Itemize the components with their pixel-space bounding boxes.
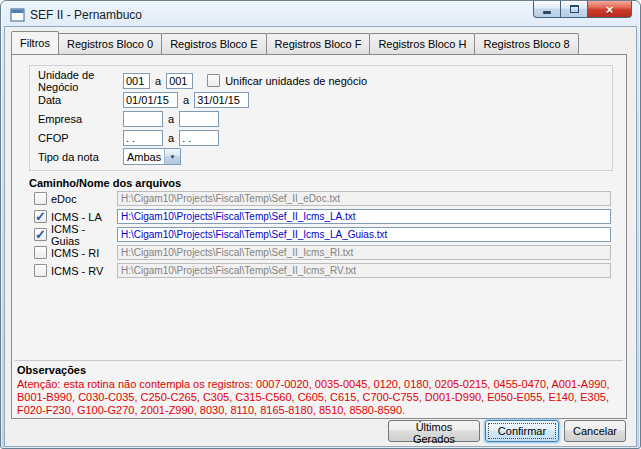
window-icon: [10, 8, 25, 22]
empresa-from-input[interactable]: [123, 111, 163, 127]
tab-registros-bloco-f[interactable]: Registros Bloco F: [266, 33, 371, 54]
data-row: Data 01/01/15 a 31/01/15: [38, 91, 612, 108]
window-title: SEF II - Pernambuco: [30, 8, 142, 22]
icms-guias-path-field[interactable]: H:\Cigam10\Projects\Fiscal\Temp\Sef_II_I…: [117, 227, 611, 242]
tab-registros-bloco-e[interactable]: Registros Bloco E: [161, 33, 266, 54]
icms-rv-label: ICMS - RV: [51, 265, 113, 277]
files-section-title: Caminho/Nome dos arquivos: [29, 177, 181, 189]
range-separator: a: [183, 94, 189, 106]
tipo-nota-combobox[interactable]: Ambas ▼: [123, 148, 181, 165]
tab-registros-bloco-0[interactable]: Registros Bloco 0: [58, 33, 162, 54]
cancelar-button[interactable]: Cancelar: [564, 420, 626, 442]
tab-registros-bloco-h[interactable]: Registros Bloco H: [369, 33, 475, 54]
tab-filtros[interactable]: Filtros: [11, 31, 59, 54]
edoc-path-field: H:\Cigam10\Projects\Fiscal\Temp\Sef_II_e…: [117, 191, 611, 206]
unidade-from-input[interactable]: 001: [123, 73, 150, 89]
empresa-to-input[interactable]: [179, 111, 219, 127]
data-label: Data: [38, 94, 123, 106]
icms-la-path-field[interactable]: H:\Cigam10\Projects\Fiscal\Temp\Sef_II_I…: [117, 209, 611, 224]
file-row-icms-ri: ICMS - RI H:\Cigam10\Projects\Fiscal\Tem…: [34, 245, 611, 260]
unificar-checkbox[interactable]: [207, 74, 220, 87]
files-rows: eDoc H:\Cigam10\Projects\Fiscal\Temp\Sef…: [34, 191, 611, 278]
icms-la-label: ICMS - LA: [51, 211, 113, 223]
observacoes-separator: [15, 360, 623, 361]
confirmar-button[interactable]: Confirmar: [485, 420, 559, 442]
icms-guias-label: ICMS - Guias: [51, 223, 113, 247]
close-button[interactable]: ×: [588, 1, 632, 18]
icms-la-checkbox[interactable]: [34, 210, 47, 223]
cfop-row: CFOP . . a . .: [38, 129, 612, 146]
cfop-label: CFOP: [38, 132, 123, 144]
unidade-label: Unidade de Negócio: [38, 69, 123, 93]
cfop-to-input[interactable]: . .: [179, 130, 219, 146]
dialog-body: Filtros Registros Bloco 0 Registros Bloc…: [4, 26, 637, 447]
file-row-icms-guias: ICMS - Guias H:\Cigam10\Projects\Fiscal\…: [34, 227, 611, 242]
tipo-nota-row: Tipo da nota Ambas ▼: [38, 148, 612, 165]
observacoes-title: Observações: [17, 364, 86, 376]
tipo-nota-value: Ambas: [124, 151, 164, 163]
empresa-row: Empresa a: [38, 110, 612, 127]
icms-ri-path-field: H:\Cigam10\Projects\Fiscal\Temp\Sef_II_I…: [117, 245, 611, 260]
file-row-edoc: eDoc H:\Cigam10\Projects\Fiscal\Temp\Sef…: [34, 191, 611, 206]
caption-buttons: ×: [533, 1, 632, 18]
cfop-from-input[interactable]: . .: [123, 130, 163, 146]
empresa-label: Empresa: [38, 113, 123, 125]
close-icon: ×: [606, 2, 614, 17]
file-row-icms-rv: ICMS - RV H:\Cigam10\Projects\Fiscal\Tem…: [34, 263, 611, 278]
tipo-nota-label: Tipo da nota: [38, 151, 123, 163]
edoc-label: eDoc: [51, 193, 113, 205]
icms-guias-checkbox[interactable]: [34, 228, 47, 241]
minimize-button[interactable]: [533, 1, 561, 18]
file-row-icms-la: ICMS - LA H:\Cigam10\Projects\Fiscal\Tem…: [34, 209, 611, 224]
edoc-checkbox[interactable]: [34, 192, 47, 205]
app-window: SEF II - Pernambuco × Filtros Registros …: [0, 0, 641, 449]
range-separator: a: [155, 75, 161, 87]
range-separator: a: [168, 132, 174, 144]
tab-page-filtros: Unidade de Negócio 001 a 001 Unificar un…: [11, 54, 627, 419]
unidade-to-input[interactable]: 001: [166, 73, 193, 89]
tab-registros-bloco-8[interactable]: Registros Bloco 8: [474, 33, 578, 54]
footer-buttons: Últimos Gerados Confirmar Cancelar: [388, 420, 626, 442]
icms-ri-label: ICMS - RI: [51, 247, 113, 259]
icms-rv-path-field: H:\Cigam10\Projects\Fiscal\Temp\Sef_II_I…: [117, 263, 611, 278]
unificar-label: Unificar unidades de negócio: [225, 75, 367, 87]
maximize-button[interactable]: [561, 1, 588, 18]
maximize-icon: [570, 5, 579, 13]
data-from-input[interactable]: 01/01/15: [123, 92, 178, 108]
icms-rv-checkbox[interactable]: [34, 264, 47, 277]
filters-group: Unidade de Negócio 001 a 001 Unificar un…: [29, 65, 613, 171]
data-to-input[interactable]: 31/01/15: [194, 92, 249, 108]
unidade-row: Unidade de Negócio 001 a 001 Unificar un…: [38, 72, 612, 89]
ultimos-gerados-button[interactable]: Últimos Gerados: [388, 420, 480, 442]
range-separator: a: [168, 113, 174, 125]
chevron-down-icon: ▼: [164, 149, 180, 164]
icms-ri-checkbox[interactable]: [34, 246, 47, 259]
minimize-icon: [543, 11, 551, 14]
tab-strip: Filtros Registros Bloco 0 Registros Bloc…: [11, 31, 578, 54]
observacoes-warning: Atenção: esta rotina não contempla os re…: [17, 378, 619, 417]
